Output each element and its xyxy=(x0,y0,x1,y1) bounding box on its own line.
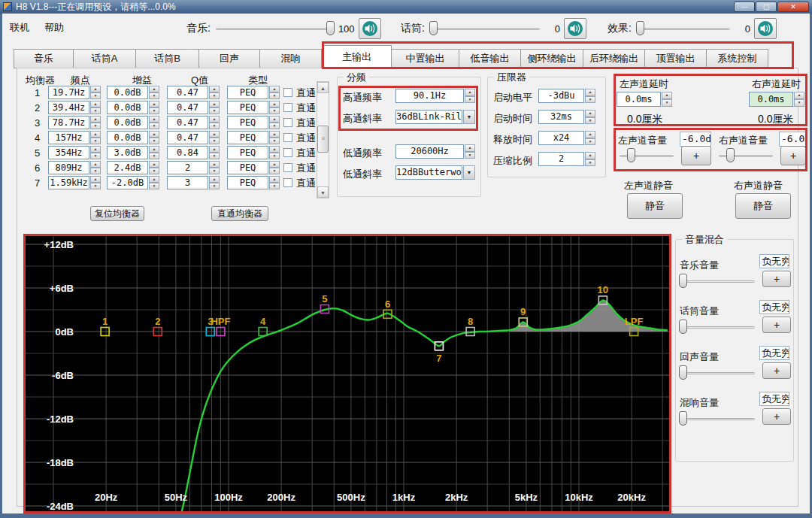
mix-row-slider[interactable] xyxy=(678,365,756,380)
spin-down-icon[interactable]: ▼ xyxy=(209,183,220,189)
spin-up-icon[interactable]: ▲ xyxy=(149,176,159,183)
spin-down-icon[interactable]: ▼ xyxy=(585,159,595,167)
eq-freq-spinner-value[interactable]: 809Hz xyxy=(48,161,89,174)
volume-left-value[interactable]: -6.0d xyxy=(680,132,711,147)
mix-row-value[interactable]: 负无穷 xyxy=(759,346,789,360)
spin-down-icon[interactable]: ▼ xyxy=(269,108,280,114)
master-volume-slider[interactable] xyxy=(429,21,541,36)
hpf-slope-combo[interactable]: 36dBLink-Riley ▼ xyxy=(395,110,475,124)
volume-left-plus-button[interactable]: + xyxy=(681,146,711,165)
spin-down-icon[interactable]: ▼ xyxy=(209,168,220,174)
spin-up-icon[interactable]: ▲ xyxy=(90,116,101,123)
tab-回声[interactable]: 回声 xyxy=(199,49,260,68)
spin-up-icon[interactable]: ▲ xyxy=(269,116,280,123)
slider-thumb[interactable] xyxy=(679,320,687,334)
eq-freq-spinner-value[interactable]: 157Hz xyxy=(48,131,89,144)
speaker-button[interactable] xyxy=(359,18,381,39)
speaker-button[interactable] xyxy=(754,18,777,39)
volume-right-value[interactable]: -6.0d xyxy=(779,132,806,147)
slider-track[interactable] xyxy=(680,372,755,374)
spin-up-icon[interactable]: ▲ xyxy=(209,146,220,153)
slider-track[interactable] xyxy=(216,28,333,30)
spin-up-icon[interactable]: ▲ xyxy=(149,101,159,108)
eq-type-spinner-value[interactable]: PEQ xyxy=(227,161,268,174)
spin-down-icon[interactable]: ▼ xyxy=(585,138,595,146)
spin-up-icon[interactable]: ▲ xyxy=(209,116,220,123)
eq-bypass-checkbox[interactable] xyxy=(283,88,292,97)
spin-down-icon[interactable]: ▼ xyxy=(269,92,280,99)
tab-系统控制[interactable]: 系统控制 xyxy=(707,49,768,68)
slider-track[interactable] xyxy=(680,418,755,420)
spin-up-icon[interactable]: ▲ xyxy=(90,146,101,153)
maximize-button[interactable]: ▢ xyxy=(756,2,777,12)
eq-response-chart[interactable]: 123HPF45678910LPF+12dB+6dB0dB-6dB-12dB-1… xyxy=(26,236,669,511)
spin-up-icon[interactable]: ▲ xyxy=(585,110,595,117)
spin-down-icon[interactable]: ▼ xyxy=(90,168,101,174)
eq-type-spinner-value[interactable]: PEQ xyxy=(227,116,268,129)
spin-up-icon[interactable]: ▲ xyxy=(269,146,280,153)
tab-音乐[interactable]: 音乐 xyxy=(14,49,74,68)
spin-up-icon[interactable]: ▲ xyxy=(209,86,220,92)
minimize-button[interactable]: — xyxy=(734,2,755,12)
spin-up-icon[interactable]: ▲ xyxy=(90,176,101,183)
mix-row-value[interactable]: 负无穷 xyxy=(759,254,789,268)
eq-freq-spinner-value[interactable]: 354Hz xyxy=(48,146,89,159)
eq-bypass-checkbox[interactable] xyxy=(283,118,292,127)
tab-混响[interactable]: 混响 xyxy=(260,49,322,68)
spin-up-icon[interactable]: ▲ xyxy=(269,101,280,108)
volume-right-slider[interactable] xyxy=(717,148,774,163)
eq-scrollbar[interactable]: ▲ ≡ ▼ xyxy=(317,81,329,198)
eq-gain-spinner-value[interactable]: -2.0dB xyxy=(107,176,148,189)
mix-plus-button[interactable]: + xyxy=(762,362,791,379)
spin-up-icon[interactable]: ▲ xyxy=(465,89,475,96)
spin-down-icon[interactable]: ▼ xyxy=(662,99,672,107)
close-button[interactable]: ✕ xyxy=(777,2,809,12)
spin-down-icon[interactable]: ▼ xyxy=(209,123,220,129)
spin-up-icon[interactable]: ▲ xyxy=(209,101,220,108)
spin-down-icon[interactable]: ▼ xyxy=(269,153,280,159)
spin-up-icon[interactable]: ▲ xyxy=(149,146,159,153)
slider-thumb[interactable] xyxy=(679,411,687,426)
slider-thumb[interactable] xyxy=(627,148,635,162)
spin-up-icon[interactable]: ▲ xyxy=(149,131,159,138)
eq-bypass-button[interactable]: 直通均衡器 xyxy=(211,206,268,221)
spin-up-icon[interactable]: ▲ xyxy=(269,131,280,138)
spin-down-icon[interactable]: ▼ xyxy=(269,138,280,144)
mix-plus-button[interactable]: + xyxy=(762,317,791,333)
eq-type-spinner-value[interactable]: PEQ xyxy=(227,86,268,99)
eq-freq-spinner-value[interactable]: 1.59kHz xyxy=(48,176,89,189)
spin-up-icon[interactable]: ▲ xyxy=(794,92,804,99)
eq-gain-spinner-value[interactable]: 0.0dB xyxy=(107,86,148,99)
chevron-down-icon[interactable]: ▼ xyxy=(463,110,475,124)
eq-bypass-checkbox[interactable] xyxy=(283,163,292,172)
limiter-spinner-value[interactable]: 32ms xyxy=(538,110,584,124)
slider-thumb[interactable] xyxy=(429,21,438,35)
spin-up-icon[interactable]: ▲ xyxy=(209,161,220,168)
eq-q-spinner-value[interactable]: 2 xyxy=(167,161,208,174)
spin-down-icon[interactable]: ▼ xyxy=(209,153,220,159)
spin-down-icon[interactable]: ▼ xyxy=(149,123,159,129)
master-volume-slider[interactable] xyxy=(214,21,335,36)
spin-down-icon[interactable]: ▼ xyxy=(149,153,159,159)
spin-up-icon[interactable]: ▲ xyxy=(209,131,220,138)
eq-type-spinner-value[interactable]: PEQ xyxy=(227,101,268,114)
slider-track[interactable] xyxy=(680,280,755,283)
slider-thumb[interactable] xyxy=(679,274,687,288)
spin-down-icon[interactable]: ▼ xyxy=(90,92,101,99)
spin-down-icon[interactable]: ▼ xyxy=(209,92,220,99)
volume-left-slider[interactable] xyxy=(618,148,675,163)
eq-freq-spinner-value[interactable]: 19.7Hz xyxy=(48,86,89,99)
eq-q-spinner-value[interactable]: 0.84 xyxy=(167,146,208,159)
spin-up-icon[interactable]: ▲ xyxy=(269,86,280,92)
eq-q-spinner-value[interactable]: 0.47 xyxy=(167,86,208,99)
tab-中置输出[interactable]: 中置输出 xyxy=(392,49,459,68)
slider-thumb[interactable] xyxy=(726,148,735,162)
eq-reset-button[interactable]: 复位均衡器 xyxy=(90,206,144,221)
spin-down-icon[interactable]: ▼ xyxy=(585,96,595,104)
slider-thumb[interactable] xyxy=(326,21,335,35)
spin-up-icon[interactable]: ▲ xyxy=(269,161,280,168)
hpf-freq-value[interactable]: 90.1Hz xyxy=(395,89,464,103)
spin-down-icon[interactable]: ▼ xyxy=(149,108,159,114)
spin-up-icon[interactable]: ▲ xyxy=(585,89,595,96)
eq-gain-spinner-value[interactable]: 0.0dB xyxy=(107,101,148,114)
